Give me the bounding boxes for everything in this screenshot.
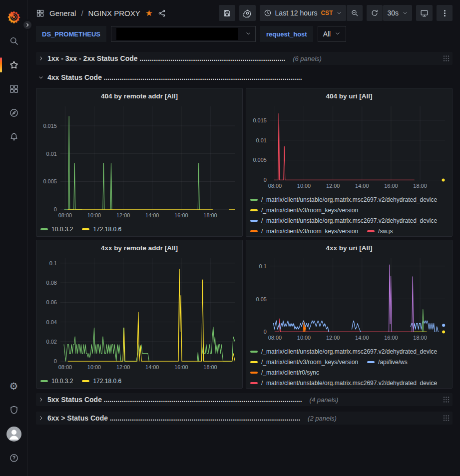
starred-dashboards-icon[interactable]: [4, 55, 24, 74]
refresh-group: 30s: [367, 5, 412, 21]
svg-text:14:00: 14:00: [355, 183, 369, 189]
series-point-yellow: [442, 331, 445, 334]
legend-item[interactable]: 172.18.0.6: [82, 224, 121, 234]
row-5xx[interactable]: 5xx Status Code ........................…: [36, 393, 453, 406]
favorite-star-icon[interactable]: ★: [145, 9, 153, 17]
tv-mode-button[interactable]: [416, 5, 433, 21]
kebab-menu-button[interactable]: [437, 5, 453, 21]
refresh-button[interactable]: [367, 5, 383, 21]
sidebar: ⚙: [0, 0, 28, 476]
legend-item[interactable]: 10.0.3.2: [40, 376, 73, 386]
configuration-gear-icon[interactable]: ⚙: [4, 377, 24, 396]
panel-404-by-uri: 404 by uri [All] 08:0010:0012:0014:0016:…: [246, 88, 453, 237]
svg-text:0.1: 0.1: [49, 260, 57, 266]
row-drag-handle[interactable]: [443, 415, 450, 424]
chart-legend: /_matrix/client/unstable/org.matrix.msc2…: [250, 194, 448, 234]
svg-text:0: 0: [54, 358, 57, 364]
legend-item[interactable]: 10.0.3.2: [40, 224, 73, 234]
time-series-chart[interactable]: 08:0010:0012:0014:0016:0018:0000.0050.01…: [250, 102, 448, 194]
time-range-picker[interactable]: Last 12 hours CST: [260, 5, 347, 21]
row-1xx-3xx-2xx[interactable]: 1xx - 3xx - 2xx Status Code ............…: [36, 52, 453, 65]
user-avatar[interactable]: [4, 425, 24, 444]
legend-item[interactable]: /_matrix/client/unstable/org.matrix.msc2…: [250, 378, 437, 386]
svg-text:0: 0: [264, 329, 267, 335]
row-drag-handle[interactable]: [443, 55, 450, 64]
svg-text:14:00: 14:00: [145, 364, 159, 370]
panel-404-by-remote-addr: 404 by remote addr [All] 08:0010:0012:00…: [36, 88, 243, 237]
refresh-interval-picker[interactable]: 30s: [383, 5, 412, 21]
series-point-yellow: [442, 179, 445, 182]
svg-text:10:00: 10:00: [297, 183, 311, 189]
series-point-blue: [442, 324, 445, 327]
row-drag-handle[interactable]: [443, 396, 450, 405]
legend-label: /_matrix/client/unstable/org.matrix.msc2…: [261, 380, 437, 387]
search-icon[interactable]: [4, 31, 24, 50]
legend-swatch: [82, 228, 89, 230]
legend-item[interactable]: /_matrix/client/r0/sync: [250, 367, 319, 378]
variable-value-request-host-dropdown[interactable]: All: [318, 26, 347, 42]
panel-title[interactable]: 4xx by remote addr [All]: [40, 242, 238, 254]
row-4xx[interactable]: 4xx Status Code ........................…: [36, 71, 453, 84]
row-title: 5xx Status Code ........................…: [47, 396, 302, 404]
legend-swatch: [250, 220, 258, 222]
legend-item[interactable]: /_matrix/client/unstable/org.matrix.msc2…: [250, 215, 437, 226]
share-icon[interactable]: [158, 9, 166, 17]
top-navbar: General / NGINX PROXY ★ Last 12 hours: [28, 0, 460, 25]
time-series-chart[interactable]: 08:0010:0012:0014:0016:0018:0000.050.1: [250, 254, 448, 346]
series-line-blue: [273, 321, 328, 332]
svg-text:12:00: 12:00: [116, 364, 130, 370]
svg-text:0.005: 0.005: [43, 178, 56, 184]
legend-item[interactable]: /api/live/ws: [367, 357, 408, 367]
legend-item[interactable]: /sw.js: [367, 226, 393, 234]
series-line-purple: [389, 265, 392, 332]
svg-text:12:00: 12:00: [326, 183, 340, 189]
series-line-green: [110, 163, 112, 210]
svg-text:16:00: 16:00: [174, 212, 188, 218]
svg-text:0.08: 0.08: [46, 280, 57, 286]
chart-legend: 10.0.3.2172.18.0.6: [40, 224, 238, 234]
legend-item[interactable]: /_matrix/client/v3/room_keys/version: [250, 226, 358, 234]
svg-text:10:00: 10:00: [297, 335, 311, 341]
svg-text:0.005: 0.005: [253, 157, 266, 163]
breadcrumb-folder[interactable]: General: [49, 9, 76, 17]
legend-label: /_matrix/client/unstable/org.matrix.msc2…: [261, 196, 437, 203]
panel-title[interactable]: 404 by remote addr [All]: [40, 90, 238, 102]
time-series-chart[interactable]: 08:0010:0012:0014:0016:0018:0000.020.040…: [40, 254, 238, 375]
legend-swatch: [250, 209, 258, 211]
zoom-out-button[interactable]: [347, 5, 363, 21]
sidebar-expand-chevron[interactable]: [22, 19, 33, 30]
timezone-label: CST: [321, 9, 333, 16]
alerting-bell-icon[interactable]: [4, 127, 24, 146]
panel-title[interactable]: 4xx by uri [All]: [250, 242, 448, 254]
legend-item[interactable]: /_matrix/client/unstable/org.matrix.msc2…: [250, 346, 437, 357]
legend-item[interactable]: 172.18.0.6: [82, 376, 121, 386]
variable-value-ds-prometheus-dropdown[interactable]: [111, 26, 256, 42]
svg-text:16:00: 16:00: [384, 335, 398, 341]
legend-item[interactable]: /_matrix/client/v3/room_keys/version: [250, 205, 358, 215]
server-admin-shield-icon[interactable]: [4, 401, 24, 420]
dashboard-settings-button[interactable]: [239, 5, 256, 21]
panel-title[interactable]: 404 by uri [All]: [250, 90, 448, 102]
svg-text:08:00: 08:00: [58, 364, 72, 370]
svg-text:12:00: 12:00: [326, 335, 340, 341]
time-range-label: Last 12 hours: [275, 9, 318, 17]
legend-label: /_matrix/client/unstable/org.matrix.msc2…: [261, 348, 437, 355]
save-dashboard-button[interactable]: [219, 5, 235, 21]
legend-item[interactable]: /_matrix/client/unstable/org.matrix.msc2…: [250, 194, 437, 205]
legend-swatch: [250, 382, 258, 384]
legend-label: /_matrix/client/v3/room_keys/version: [261, 207, 358, 214]
svg-text:0.01: 0.01: [256, 137, 267, 143]
time-picker-group: Last 12 hours CST: [260, 5, 363, 21]
help-icon[interactable]: [4, 449, 24, 468]
time-series-chart[interactable]: 08:0010:0012:0014:0016:0018:0000.0050.01…: [40, 102, 238, 223]
row-6xx[interactable]: 6xx > Status Code ......................…: [36, 412, 453, 425]
grafana-logo[interactable]: [4, 7, 24, 26]
series-line-blue: [436, 327, 438, 332]
variable-label-request-host: request_host: [260, 26, 313, 42]
svg-text:0.015: 0.015: [253, 117, 266, 123]
explore-compass-icon[interactable]: [4, 103, 24, 122]
breadcrumb-dashboard-title[interactable]: NGINX PROXY: [88, 9, 140, 17]
dashboards-icon[interactable]: [4, 79, 24, 98]
chevron-down-icon: [335, 30, 341, 38]
legend-item[interactable]: /_matrix/client/v3/room_keys/version: [250, 357, 358, 367]
